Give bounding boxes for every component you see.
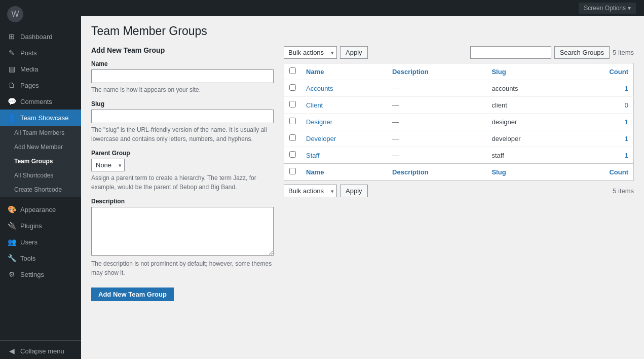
bulk-actions-select-top[interactable]: Bulk actions [284, 46, 337, 59]
table-top-right: Search Groups 5 items [470, 46, 634, 59]
sidebar-item-tools[interactable]: 🔧 Tools [0, 250, 81, 266]
header-count[interactable]: Count [571, 63, 634, 80]
header-checkbox-cell [284, 63, 301, 80]
table-top-bar: Bulk actions Apply Search Groups 5 items [284, 46, 634, 59]
row-count-link[interactable]: 1 [625, 118, 628, 126]
sidebar-item-pages[interactable]: 🗋 Pages [0, 77, 81, 93]
sidebar-item-label: Tools [20, 255, 35, 262]
footer-name[interactable]: Name [301, 164, 387, 181]
row-description: — [392, 152, 399, 159]
parent-help: Assign a parent term to create a hierarc… [91, 173, 274, 192]
footer-count[interactable]: Count [571, 164, 634, 181]
submenu-label: Team Groups [14, 158, 53, 165]
parent-select[interactable]: None [91, 159, 125, 171]
add-new-form: Add New Team Group Name The name is how … [91, 46, 274, 301]
table-row: Staff — staff 1 [284, 147, 634, 164]
row-count-link[interactable]: 1 [625, 152, 628, 159]
sidebar-item-dashboard[interactable]: ⊞ Dashboard [0, 28, 81, 45]
comments-icon: 💬 [7, 97, 16, 106]
row-description-cell: — [387, 80, 486, 97]
row-name-cell: Client [301, 97, 387, 114]
row-checkbox[interactable] [289, 134, 296, 141]
add-new-team-group-button[interactable]: Add New Team Group [91, 288, 174, 301]
row-count-link[interactable]: 0 [625, 101, 628, 109]
header-name[interactable]: Name [301, 63, 387, 80]
submenu-label: Create Shortcode [14, 186, 62, 193]
table-footer-row: Name Description Slug Count [284, 164, 634, 181]
row-slug-cell: accounts [486, 80, 570, 97]
sidebar-item-add-new-member[interactable]: Add New Member [0, 140, 81, 154]
sidebar-item-comments[interactable]: 💬 Comments [0, 93, 81, 110]
row-checkbox[interactable] [289, 118, 296, 124]
header-slug[interactable]: Slug [486, 63, 570, 80]
add-new-form-title: Add New Team Group [91, 46, 274, 54]
row-description-cell: — [387, 114, 486, 130]
apply-button-bottom[interactable]: Apply [340, 185, 368, 197]
group-name-link[interactable]: Client [306, 101, 323, 109]
footer-checkbox-cell [284, 164, 301, 181]
items-count-bottom: 5 items [613, 187, 634, 195]
parent-label: Parent Group [91, 150, 274, 157]
slug-input[interactable] [91, 110, 274, 123]
row-name-cell: Developer [301, 130, 387, 147]
row-count-link[interactable]: 1 [625, 135, 628, 142]
group-name-link[interactable]: Designer [306, 118, 332, 126]
group-name-link[interactable]: Accounts [306, 85, 333, 92]
table-row: Client — client 0 [284, 97, 634, 114]
sidebar-item-label: Posts [20, 49, 37, 57]
search-input[interactable] [470, 46, 551, 59]
bulk-actions-select-bottom[interactable]: Bulk actions [284, 185, 337, 197]
row-description: — [392, 135, 399, 142]
team-showcase-icon: 👤 [7, 113, 16, 122]
row-checkbox[interactable] [289, 151, 296, 158]
users-icon: 👥 [7, 237, 16, 246]
apply-button-top[interactable]: Apply [340, 46, 368, 59]
description-textarea[interactable] [91, 207, 274, 256]
posts-icon: ✎ [7, 48, 16, 57]
submit-label: Add New Team Group [98, 291, 167, 298]
sidebar: W ⊞ Dashboard ✎ Posts ▤ Media 🗋 Pages 💬 … [0, 0, 81, 359]
header-description[interactable]: Description [387, 63, 486, 80]
footer-slug[interactable]: Slug [486, 164, 570, 181]
collapse-label: Collapse menu [20, 347, 64, 355]
sidebar-item-team-groups[interactable]: Team Groups [0, 154, 81, 168]
sidebar-item-settings[interactable]: ⚙ Settings [0, 266, 81, 282]
sidebar-item-posts[interactable]: ✎ Posts [0, 45, 81, 61]
name-input[interactable] [91, 69, 274, 83]
submenu-label: All Shortcodes [14, 172, 53, 179]
select-all-checkbox-footer[interactable] [289, 168, 296, 174]
dashboard-icon: ⊞ [7, 32, 16, 41]
plugins-icon: 🔌 [7, 221, 16, 230]
sidebar-item-label: Plugins [20, 222, 42, 230]
screen-options-label: Screen Options [584, 5, 626, 12]
screen-options-button[interactable]: Screen Options ▾ [579, 3, 636, 14]
group-name-link[interactable]: Developer [306, 135, 336, 142]
sidebar-item-appearance[interactable]: 🎨 Appearance [0, 201, 81, 218]
name-label: Name [91, 60, 274, 67]
sidebar-item-create-shortcode[interactable]: Create Shortcode [0, 183, 81, 197]
slug-help: The "slug" is the URL-friendly version o… [91, 125, 274, 143]
sidebar-item-team-showcase[interactable]: 👤 Team Showcase [0, 110, 81, 126]
row-slug: designer [491, 118, 517, 126]
sidebar-item-media[interactable]: ▤ Media [0, 61, 81, 77]
sidebar-item-users[interactable]: 👥 Users [0, 234, 81, 250]
row-name-cell: Designer [301, 114, 387, 130]
row-count-link[interactable]: 1 [625, 85, 628, 92]
row-slug: client [491, 101, 507, 109]
row-checkbox[interactable] [289, 84, 296, 91]
sidebar-bottom: ◀ Collapse menu [0, 338, 81, 359]
select-all-checkbox[interactable] [289, 67, 296, 74]
search-groups-button[interactable]: Search Groups [554, 46, 610, 59]
sidebar-item-all-team-members[interactable]: All Team Members [0, 126, 81, 140]
sidebar-collapse-button[interactable]: ◀ Collapse menu [0, 343, 81, 359]
row-checkbox[interactable] [289, 101, 296, 107]
footer-description[interactable]: Description [387, 164, 486, 181]
sidebar-item-plugins[interactable]: 🔌 Plugins [0, 218, 81, 234]
name-field: Name The name is how it appears on your … [91, 60, 274, 94]
sidebar-item-all-shortcodes[interactable]: All Shortcodes [0, 168, 81, 183]
sidebar-logo: W [0, 0, 81, 28]
row-description: — [392, 118, 399, 126]
parent-group-field: Parent Group None Assign a parent term t… [91, 150, 274, 192]
collapse-icon: ◀ [7, 346, 16, 355]
group-name-link[interactable]: Staff [306, 152, 320, 159]
